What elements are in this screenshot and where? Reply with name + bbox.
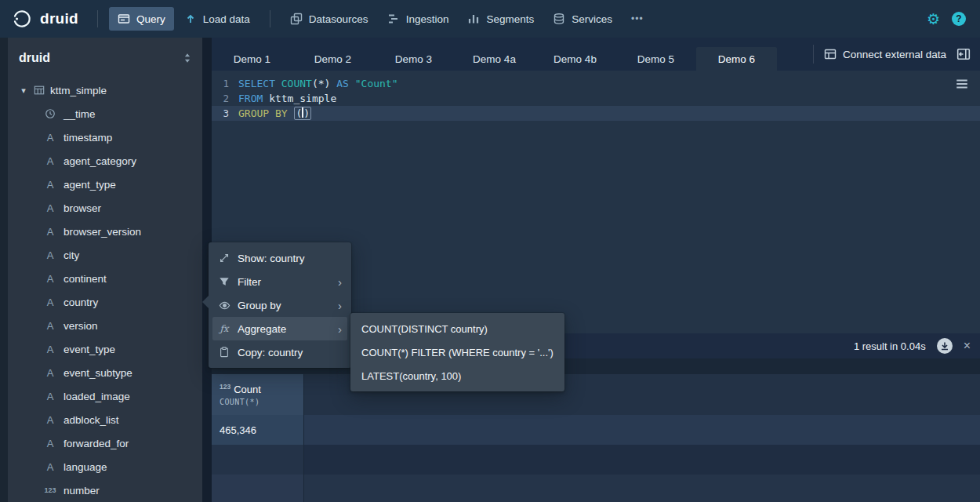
nav-query[interactable]: Query bbox=[109, 7, 174, 31]
schema-title: druid bbox=[19, 51, 50, 65]
results-data-row: 465,346 bbox=[212, 415, 980, 445]
empty-row bbox=[212, 445, 980, 475]
column-name: loaded_image bbox=[64, 391, 130, 402]
nav-load-data-label: Load data bbox=[203, 13, 250, 25]
column-name: version bbox=[64, 320, 98, 332]
column-item-browser[interactable]: A browser bbox=[8, 196, 202, 220]
sql-keyword: GROUP BY bbox=[238, 107, 293, 119]
connect-external-data-label: Connect external data bbox=[843, 49, 946, 60]
connect-external-data-button[interactable]: Connect external data bbox=[824, 48, 946, 60]
column-name: language bbox=[64, 461, 107, 473]
double-caret-sort-icon[interactable] bbox=[182, 53, 193, 64]
druid-brand[interactable]: druid bbox=[11, 8, 78, 30]
string-type-icon: A bbox=[44, 249, 56, 261]
tab-demo-5[interactable]: Demo 5 bbox=[615, 47, 696, 71]
line-number: 2 bbox=[212, 91, 238, 106]
druid-logo-icon bbox=[11, 8, 33, 30]
result-status: 1 result in 0.04s bbox=[854, 340, 926, 352]
tab-demo-3[interactable]: Demo 3 bbox=[373, 47, 454, 71]
menu-item-filter[interactable]: Filter › bbox=[212, 270, 347, 293]
column-item-country[interactable]: A country bbox=[8, 290, 202, 314]
menu-item-copy[interactable]: Copy: country bbox=[212, 340, 347, 364]
number-type-icon: 123 bbox=[44, 486, 56, 494]
tab-demo-6[interactable]: Demo 6 bbox=[696, 47, 777, 71]
submenu-item-count-filter[interactable]: COUNT(*) FILTER (WHERE country = '...') bbox=[354, 340, 561, 364]
sql-function: COUNT bbox=[281, 78, 312, 89]
column-name: city bbox=[64, 249, 79, 261]
help-icon[interactable]: ? bbox=[952, 12, 966, 26]
close-icon[interactable]: × bbox=[964, 340, 971, 352]
menu-item-show[interactable]: Show: country bbox=[212, 246, 347, 270]
column-item-language[interactable]: A language bbox=[8, 455, 202, 478]
column-item-number[interactable]: 123 number bbox=[8, 478, 202, 502]
column-item-version[interactable]: A version bbox=[8, 314, 202, 337]
nav-ingestion-label: Ingestion bbox=[406, 13, 449, 25]
sql-text: (*) bbox=[312, 78, 336, 89]
tab-demo-4b[interactable]: Demo 4b bbox=[535, 47, 615, 71]
datasource-item-kttm_simple[interactable]: ▾ kttm_simple bbox=[8, 78, 202, 102]
nav-datasources-label: Datasources bbox=[309, 13, 368, 25]
result-cell-count[interactable]: 465,346 bbox=[212, 415, 304, 445]
string-type-icon: A bbox=[44, 320, 56, 332]
clock-icon bbox=[44, 108, 56, 119]
column-name: browser bbox=[64, 202, 101, 214]
number-type-icon: 123 bbox=[220, 383, 230, 391]
column-context-menu: Show: country Filter › Group by › ƒx Agg… bbox=[209, 242, 351, 368]
column-name: agent_category bbox=[64, 155, 136, 167]
upload-icon bbox=[184, 13, 197, 25]
nav-datasources[interactable]: Datasources bbox=[281, 7, 377, 31]
more-menu-button[interactable]: ••• bbox=[622, 8, 652, 30]
chevron-down-icon: ▾ bbox=[19, 85, 28, 96]
column-name: browser_version bbox=[64, 226, 141, 238]
column-name: number bbox=[64, 485, 100, 497]
column-item-continent[interactable]: A continent bbox=[8, 267, 202, 290]
gear-icon[interactable]: ⚙ bbox=[927, 12, 940, 27]
editor-menu-icon[interactable] bbox=[955, 77, 969, 93]
column-item-loaded_image[interactable]: A loaded_image bbox=[8, 384, 202, 408]
external-data-icon bbox=[824, 48, 837, 60]
schema-header[interactable]: druid bbox=[8, 38, 202, 78]
tab-demo-1[interactable]: Demo 1 bbox=[212, 47, 292, 71]
line-number: 3 bbox=[212, 106, 238, 121]
table-icon bbox=[34, 85, 45, 96]
download-icon[interactable] bbox=[937, 338, 953, 354]
column-item-event_type[interactable]: A event_type bbox=[8, 337, 202, 361]
sql-keyword: FROM bbox=[238, 93, 269, 104]
column-header-count[interactable]: 123 Count COUNT(*) bbox=[212, 374, 304, 415]
column-item-adblock_list[interactable]: A adblock_list bbox=[8, 408, 202, 431]
column-item-agent_type[interactable]: A agent_type bbox=[8, 173, 202, 196]
menu-item-aggregate[interactable]: ƒx Aggregate › bbox=[212, 317, 347, 340]
sql-keyword: SELECT bbox=[238, 78, 281, 89]
column-item-timestamp[interactable]: A timestamp bbox=[8, 126, 202, 149]
tab-demo-2[interactable]: Demo 2 bbox=[292, 47, 373, 71]
more-icon: ••• bbox=[631, 13, 644, 24]
column-item-city[interactable]: A city bbox=[8, 243, 202, 267]
menu-item-group-by[interactable]: Group by › bbox=[212, 293, 347, 317]
nav-query-label: Query bbox=[136, 13, 165, 25]
submenu-item-latest[interactable]: LATEST(country, 100) bbox=[354, 364, 561, 387]
schema-sidebar: druid ▾ kttm_simple __time A times bbox=[8, 38, 202, 502]
column-item-event_subtype[interactable]: A event_subtype bbox=[8, 361, 202, 384]
column-tree: ▾ kttm_simple __time A timestamp A agent… bbox=[8, 78, 202, 502]
datasources-icon bbox=[290, 13, 303, 25]
column-item-agent_category[interactable]: A agent_category bbox=[8, 149, 202, 173]
sql-paren: ( bbox=[296, 107, 302, 119]
menu-item-label: Show: country bbox=[238, 253, 342, 264]
submenu-item-count-distinct[interactable]: COUNT(DISTINCT country) bbox=[354, 317, 561, 340]
open-panel-icon[interactable] bbox=[956, 47, 971, 61]
column-item-forwarded_for[interactable]: A forwarded_for bbox=[8, 431, 202, 455]
column-name: event_subtype bbox=[64, 367, 132, 379]
query-tab-bar: Demo 1 Demo 2 Demo 3 Demo 4a Demo 4b Dem… bbox=[212, 38, 980, 71]
column-item-__time[interactable]: __time bbox=[8, 102, 202, 126]
nav-services-label: Services bbox=[572, 13, 612, 25]
nav-ingestion[interactable]: Ingestion bbox=[379, 7, 458, 31]
column-name: __time bbox=[64, 108, 96, 120]
nav-services[interactable]: Services bbox=[544, 7, 621, 31]
column-item-browser_version[interactable]: A browser_version bbox=[8, 220, 202, 243]
string-type-icon: A bbox=[44, 202, 56, 214]
clipboard-icon bbox=[218, 347, 230, 358]
nav-segments[interactable]: Segments bbox=[459, 7, 543, 31]
nav-load-data[interactable]: Load data bbox=[176, 7, 259, 31]
tab-demo-4a[interactable]: Demo 4a bbox=[454, 47, 535, 71]
column-name: event_type bbox=[64, 344, 115, 355]
